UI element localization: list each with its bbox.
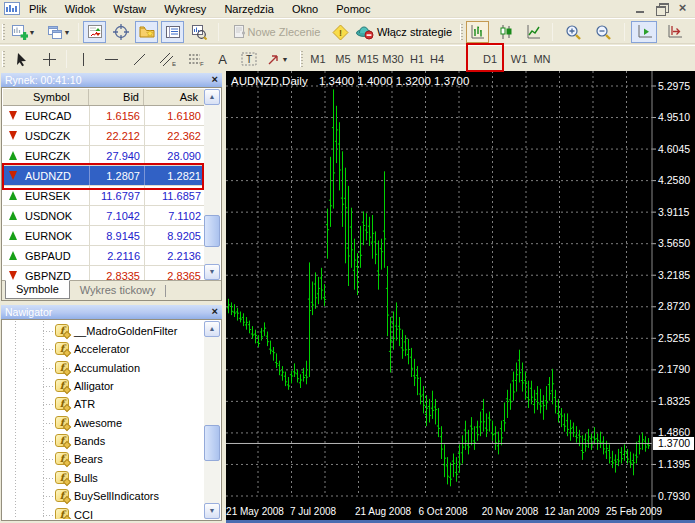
navigator-item-__madrogoldenfilter[interactable]: f__MadroGoldenFilter <box>3 322 204 340</box>
date-axis-label: 7 Jul 2008 <box>290 506 337 517</box>
zoom-in-button[interactable] <box>562 21 585 43</box>
menu-item-pomoc[interactable]: Pomoc <box>327 1 379 17</box>
toolbar-grip[interactable] <box>2 51 5 67</box>
period-m15-button[interactable]: M15 <box>354 49 382 69</box>
navigator-item-awesome[interactable]: fAwesome <box>3 414 204 432</box>
navigator-toggle[interactable] <box>135 21 158 43</box>
tree-connector <box>43 496 55 497</box>
navigator-item-cci[interactable]: fCCI <box>3 506 204 520</box>
tree-connector <box>43 349 55 350</box>
column-header-symbol[interactable]: Symbol <box>3 89 89 105</box>
text-label-tool-button[interactable]: T <box>237 48 260 70</box>
navigator-item-accelerator[interactable]: fAccelerator <box>3 340 204 358</box>
down-arrow-icon <box>9 131 17 140</box>
chart-shift-button[interactable] <box>661 21 687 43</box>
navigator-item-bears[interactable]: fBears <box>3 450 204 468</box>
warning-icon-button[interactable]: ! <box>329 21 352 43</box>
horizontal-line-tool-button[interactable] <box>100 48 123 70</box>
crosshair-tool-button[interactable] <box>38 48 61 70</box>
symbol-name: EURCAD <box>25 110 71 122</box>
fibonacci-tool-button[interactable]: F <box>184 48 207 70</box>
navigator-item-atr[interactable]: fATR <box>3 395 204 413</box>
navigator-item-alligator[interactable]: fAlligator <box>3 377 204 395</box>
tree-connector <box>43 515 55 516</box>
navigator-scrollbar[interactable]: ▲ ▼ <box>204 321 220 519</box>
menu-item-plik[interactable]: Plik <box>20 1 56 17</box>
toolbar-grip[interactable] <box>2 24 5 40</box>
scroll-thumb[interactable] <box>204 215 220 247</box>
close-icon[interactable]: × <box>212 73 218 85</box>
bar-chart-mode-button[interactable] <box>466 21 489 43</box>
toolbar-grip[interactable] <box>460 24 463 40</box>
restore-icon[interactable] <box>655 3 668 14</box>
scroll-up-icon[interactable]: ▲ <box>204 321 220 337</box>
navigator-item-accumulation[interactable]: fAccumulation <box>3 359 204 377</box>
symbol-row-gbpnzd[interactable]: GBPNZD2.83352.8365 <box>3 266 204 280</box>
candlestick-mode-button[interactable] <box>494 21 517 43</box>
menu-item-narzędzia[interactable]: Narzędzia <box>215 1 283 17</box>
cursor-tool-button[interactable] <box>10 48 33 70</box>
column-header-ask[interactable]: Ask <box>144 89 204 105</box>
menu-item-okno[interactable]: Okno <box>283 1 327 17</box>
date-axis-label: 20 Nov 2008 <box>482 506 539 517</box>
strategy-tester-button[interactable] <box>187 21 210 43</box>
zoom-out-button[interactable] <box>592 21 615 43</box>
date-axis-label: 6 Oct 2008 <box>419 506 468 517</box>
profiles-button[interactable]: ▼ <box>42 21 75 43</box>
symbol-row-eurcad[interactable]: EURCAD1.61561.6180 <box>3 106 204 126</box>
menu-item-wykresy[interactable]: Wykresy <box>155 1 215 17</box>
data-window-button[interactable] <box>109 21 132 43</box>
period-m1-button[interactable]: M1 <box>306 49 330 69</box>
period-mn-button[interactable]: MN <box>530 49 554 69</box>
close-icon[interactable]: × <box>676 3 689 14</box>
window-controls: × <box>634 3 689 14</box>
period-h1-button[interactable]: H1 <box>408 49 426 69</box>
scroll-up-icon[interactable]: ▲ <box>204 89 220 105</box>
navigator-item-buysellindicators[interactable]: fBuySellIndicators <box>3 487 204 505</box>
menu-bar: PlikWidokWstawWykresyNarzędziaOknoPomoc … <box>0 0 695 18</box>
symbol-row-usdczk[interactable]: USDCZK22.21222.362 <box>3 126 204 146</box>
symbol-row-gbpaud[interactable]: GBPAUD2.21162.2136 <box>3 246 204 266</box>
data-window-icon <box>113 24 129 40</box>
chart-canvas[interactable]: 5.29754.95104.60454.25803.91153.56503.21… <box>226 71 695 523</box>
market-watch-scrollbar[interactable]: ▲ ▼ <box>204 89 220 280</box>
svg-text:F: F <box>200 61 204 67</box>
trendline-tool-button[interactable] <box>128 48 151 70</box>
line-chart-mode-button[interactable] <box>522 21 545 43</box>
terminal-toggle[interactable] <box>161 21 184 43</box>
dropdown-caret: ▼ <box>29 29 36 36</box>
new-chart-button[interactable]: ▼ <box>7 21 40 43</box>
navigator-item-bands[interactable]: fBands <box>3 432 204 450</box>
period-m30-button[interactable]: M30 <box>380 49 406 69</box>
toolbar-grip[interactable] <box>300 51 303 67</box>
period-h4-button[interactable]: H4 <box>428 49 446 69</box>
scroll-down-icon[interactable]: ▼ <box>204 264 220 280</box>
tab-wykres-tickowy[interactable]: Wykres tickowy <box>70 281 166 300</box>
symbol-row-usdnok[interactable]: USDNOK7.10427.1102 <box>3 206 204 226</box>
price-axis-label: 2.8720 <box>658 300 690 312</box>
channel-tool-button[interactable]: E <box>154 48 180 70</box>
market-watch-titlebar[interactable]: Rynek: 00:41:10 × <box>1 73 222 87</box>
menu-item-wstaw[interactable]: Wstaw <box>104 1 155 17</box>
chart-window[interactable]: 5.29754.95104.60454.25803.91153.56503.21… <box>226 71 695 523</box>
navigator-titlebar[interactable]: Nawigator × <box>1 305 222 319</box>
arrows-tool-button[interactable]: ▼ <box>262 48 292 70</box>
tab-symbole[interactable]: Symbole <box>5 280 70 299</box>
period-w1-button[interactable]: W1 <box>507 49 531 69</box>
symbol-row-eurnok[interactable]: EURNOK8.91458.9205 <box>3 226 204 246</box>
up-arrow-icon <box>9 191 17 200</box>
vertical-line-tool-button[interactable] <box>72 48 95 70</box>
column-header-bid[interactable]: Bid <box>89 89 144 105</box>
expert-advisors-button[interactable]: Włącz strategie <box>352 21 456 43</box>
navigator-item-bulls[interactable]: fBulls <box>3 469 204 487</box>
menu-item-widok[interactable]: Widok <box>56 1 105 17</box>
period-m5-button[interactable]: M5 <box>331 49 355 69</box>
auto-scroll-button[interactable] <box>631 21 657 43</box>
new-order-button[interactable]: Nowe Zlecenie <box>226 21 326 43</box>
minimize-icon[interactable] <box>634 3 647 14</box>
scroll-thumb[interactable] <box>204 425 220 461</box>
scroll-down-icon[interactable]: ▼ <box>204 503 220 519</box>
close-icon[interactable]: × <box>212 305 218 317</box>
market-watch-toggle[interactable] <box>83 21 106 43</box>
text-tool-button[interactable]: A <box>212 48 232 70</box>
